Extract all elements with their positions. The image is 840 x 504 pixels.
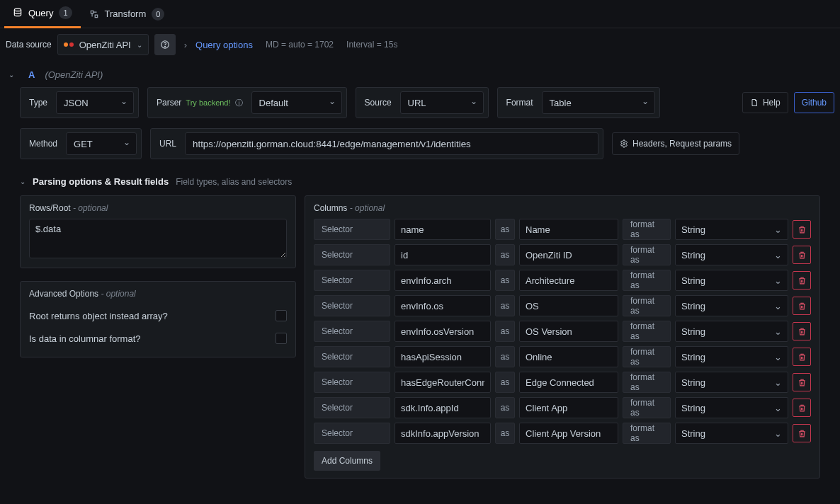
- datasource-help-button[interactable]: [154, 34, 176, 55]
- github-button[interactable]: Github: [794, 92, 834, 113]
- delete-column-button[interactable]: [793, 322, 811, 340]
- selector-label: Selector: [314, 397, 390, 418]
- query-header: ⌄ A (OpenZiti API): [6, 65, 834, 87]
- tab-transform-count: 0: [152, 8, 164, 21]
- selector-input[interactable]: [395, 423, 491, 444]
- adv-opt1-checkbox[interactable]: [276, 310, 287, 321]
- selector-input[interactable]: [395, 270, 491, 291]
- adv-opt2-checkbox[interactable]: [276, 333, 287, 344]
- trash-icon: [798, 327, 807, 336]
- selector-input[interactable]: [395, 321, 491, 342]
- editor-row-2: Method GET URL Headers, Request params: [6, 128, 834, 159]
- selector-input[interactable]: [395, 244, 491, 265]
- trash-icon: [798, 429, 807, 438]
- format-select[interactable]: String: [675, 372, 788, 393]
- url-label: URL: [151, 129, 185, 159]
- parser-select[interactable]: Default: [251, 91, 342, 114]
- format-select[interactable]: String: [675, 346, 788, 367]
- format-select[interactable]: String: [675, 270, 788, 291]
- delete-column-button[interactable]: [793, 399, 811, 417]
- datasource-picker[interactable]: OpenZiti API ⌄: [57, 34, 149, 55]
- source-select[interactable]: URL: [400, 91, 484, 114]
- format-group: Format Table: [497, 87, 660, 118]
- format-as-label: format as: [623, 372, 671, 393]
- delete-column-button[interactable]: [793, 246, 811, 264]
- format-select[interactable]: String: [675, 244, 788, 265]
- alias-input[interactable]: [519, 219, 618, 240]
- delete-column-button[interactable]: [793, 271, 811, 290]
- selector-input[interactable]: [395, 295, 491, 316]
- column-row: Selectorasformat asString: [314, 346, 811, 367]
- format-select[interactable]: String: [675, 397, 788, 418]
- selector-input[interactable]: [395, 346, 491, 367]
- trash-icon: [798, 403, 807, 413]
- rows-root-optional: - optional: [73, 203, 108, 213]
- format-as-label: format as: [623, 321, 671, 342]
- collapse-toggle[interactable]: ⌄: [8, 71, 18, 79]
- query-options-link[interactable]: Query options: [195, 40, 253, 50]
- selector-input[interactable]: [395, 372, 491, 393]
- column-row: Selectorasformat asString: [314, 270, 811, 291]
- alias-input[interactable]: [519, 372, 618, 393]
- rows-root-input[interactable]: [29, 219, 287, 258]
- format-value: Table: [550, 98, 572, 108]
- datasource-row: Data source OpenZiti API ⌄ › Query optio…: [0, 28, 840, 62]
- format-select[interactable]: String: [675, 321, 788, 342]
- as-label: as: [495, 321, 515, 342]
- database-icon: [13, 8, 23, 18]
- alias-input[interactable]: [519, 295, 618, 316]
- format-label: Format: [498, 88, 542, 118]
- headers-button[interactable]: Headers, Request params: [612, 132, 739, 155]
- as-label: as: [495, 423, 515, 444]
- svg-point-3: [623, 143, 625, 145]
- method-group: Method GET: [20, 128, 142, 159]
- parsing-collapse-toggle[interactable]: ⌄: [20, 178, 25, 185]
- alias-input[interactable]: [519, 423, 618, 444]
- parsing-subtitle: Field types, alias and selectors: [176, 177, 292, 187]
- parser-label-text: Parser: [157, 98, 181, 108]
- source-value: URL: [408, 98, 426, 108]
- columns-label: Columns - optional: [314, 203, 811, 213]
- column-row: Selectorasformat asString: [314, 295, 811, 316]
- help-button[interactable]: Help: [742, 92, 788, 113]
- delete-column-button[interactable]: [793, 220, 811, 239]
- selector-input[interactable]: [395, 397, 491, 418]
- svg-point-0: [14, 8, 21, 11]
- method-label: Method: [21, 129, 66, 159]
- format-select[interactable]: Table: [542, 91, 655, 114]
- alias-input[interactable]: [519, 244, 618, 265]
- as-label: as: [495, 270, 515, 291]
- add-columns-button[interactable]: Add Columns: [314, 451, 380, 471]
- format-value: String: [681, 326, 705, 337]
- parser-value: Default: [259, 98, 288, 108]
- format-select[interactable]: String: [675, 295, 788, 316]
- method-select[interactable]: GET: [66, 132, 137, 155]
- adv-optional: - optional: [101, 289, 135, 299]
- format-select[interactable]: String: [675, 423, 788, 444]
- type-select[interactable]: JSON: [56, 91, 134, 114]
- selector-input[interactable]: [395, 219, 491, 240]
- url-input[interactable]: [185, 132, 598, 155]
- doc-icon: [750, 98, 759, 107]
- column-row: Selectorasformat asString: [314, 397, 811, 418]
- column-row: Selectorasformat asString: [314, 219, 811, 240]
- as-label: as: [495, 244, 515, 265]
- tab-transform[interactable]: Transform 0: [81, 0, 174, 28]
- alias-input[interactable]: [519, 270, 618, 291]
- query-letter[interactable]: A: [28, 69, 35, 80]
- format-select[interactable]: String: [675, 219, 788, 240]
- column-row: Selectorasformat asString: [314, 244, 811, 265]
- format-value: String: [681, 275, 705, 286]
- delete-column-button[interactable]: [793, 348, 811, 366]
- delete-column-button[interactable]: [793, 297, 811, 315]
- trash-icon: [798, 302, 807, 311]
- alias-input[interactable]: [519, 346, 618, 367]
- source-group: Source URL: [356, 87, 489, 118]
- format-value: String: [681, 403, 705, 413]
- columns-rows: Selectorasformat asStringSelectorasforma…: [314, 219, 811, 444]
- delete-column-button[interactable]: [793, 373, 811, 391]
- alias-input[interactable]: [519, 397, 618, 418]
- delete-column-button[interactable]: [793, 424, 811, 442]
- tab-query[interactable]: Query 1: [4, 0, 81, 28]
- alias-input[interactable]: [519, 321, 618, 342]
